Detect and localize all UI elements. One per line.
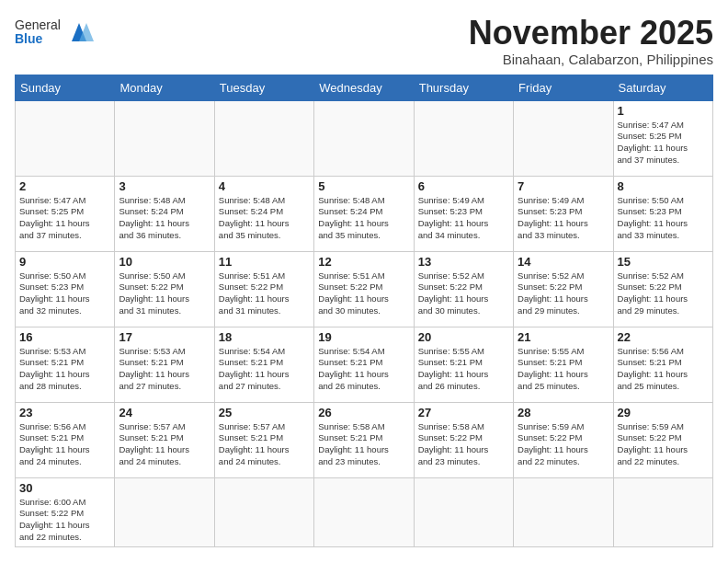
day-info: Sunrise: 5:54 AM Sunset: 5:21 PM Dayligh… (318, 346, 409, 393)
calendar-cell: 13Sunrise: 5:52 AM Sunset: 5:22 PM Dayli… (414, 251, 513, 327)
calendar-cell: 19Sunrise: 5:54 AM Sunset: 5:21 PM Dayli… (314, 327, 414, 402)
weekday-header: Thursday (414, 75, 513, 100)
day-info: Sunrise: 5:57 AM Sunset: 5:21 PM Dayligh… (119, 421, 210, 468)
day-number: 4 (219, 179, 310, 193)
calendar-week-row: 1Sunrise: 5:47 AM Sunset: 5:25 PM Daylig… (16, 100, 713, 176)
day-number: 19 (318, 330, 409, 344)
day-number: 27 (418, 406, 509, 419)
day-info: Sunrise: 5:54 AM Sunset: 5:21 PM Dayligh… (219, 346, 310, 393)
calendar-cell: 15Sunrise: 5:52 AM Sunset: 5:22 PM Dayli… (613, 251, 712, 327)
day-number: 25 (219, 406, 310, 419)
day-number: 8 (618, 179, 709, 193)
calendar-cell: 16Sunrise: 5:53 AM Sunset: 5:21 PM Dayli… (16, 327, 115, 402)
day-number: 22 (618, 330, 709, 344)
calendar-cell: 30Sunrise: 6:00 AM Sunset: 5:22 PM Dayli… (16, 477, 115, 546)
title-block: November 2025 Binahaan, Calabarzon, Phil… (469, 15, 713, 67)
day-info: Sunrise: 5:50 AM Sunset: 5:22 PM Dayligh… (119, 270, 210, 317)
calendar-cell: 3Sunrise: 5:48 AM Sunset: 5:24 PM Daylig… (115, 176, 214, 251)
calendar-cell: 22Sunrise: 5:56 AM Sunset: 5:21 PM Dayli… (613, 327, 712, 402)
logo-icon (64, 19, 94, 45)
day-number: 12 (318, 255, 409, 269)
weekday-header: Tuesday (214, 75, 313, 100)
day-info: Sunrise: 5:48 AM Sunset: 5:24 PM Dayligh… (219, 195, 310, 242)
calendar-cell (514, 477, 613, 546)
day-info: Sunrise: 5:49 AM Sunset: 5:23 PM Dayligh… (518, 195, 609, 242)
calendar-cell (314, 100, 414, 176)
day-number: 6 (418, 179, 509, 193)
calendar-cell (115, 100, 214, 176)
day-number: 14 (518, 255, 609, 269)
calendar-cell: 8Sunrise: 5:50 AM Sunset: 5:23 PM Daylig… (613, 176, 712, 251)
day-number: 1 (618, 104, 709, 118)
calendar-cell: 24Sunrise: 5:57 AM Sunset: 5:21 PM Dayli… (115, 402, 214, 477)
calendar-cell: 27Sunrise: 5:58 AM Sunset: 5:22 PM Dayli… (414, 402, 513, 477)
day-info: Sunrise: 5:56 AM Sunset: 5:21 PM Dayligh… (618, 346, 709, 393)
day-info: Sunrise: 5:51 AM Sunset: 5:22 PM Dayligh… (318, 270, 409, 317)
day-info: Sunrise: 5:53 AM Sunset: 5:21 PM Dayligh… (119, 346, 210, 393)
calendar-week-row: 16Sunrise: 5:53 AM Sunset: 5:21 PM Dayli… (16, 327, 713, 402)
day-number: 29 (618, 406, 709, 419)
day-info: Sunrise: 5:52 AM Sunset: 5:22 PM Dayligh… (518, 270, 609, 317)
day-number: 7 (518, 179, 609, 193)
day-number: 9 (19, 255, 110, 269)
calendar-cell: 23Sunrise: 5:56 AM Sunset: 5:21 PM Dayli… (16, 402, 115, 477)
calendar-week-row: 2Sunrise: 5:47 AM Sunset: 5:25 PM Daylig… (16, 176, 713, 251)
day-number: 13 (418, 255, 509, 269)
day-number: 11 (219, 255, 310, 269)
calendar-cell (115, 477, 214, 546)
day-number: 18 (219, 330, 310, 344)
day-info: Sunrise: 5:47 AM Sunset: 5:25 PM Dayligh… (19, 195, 110, 242)
weekday-header: Saturday (613, 75, 712, 100)
calendar-cell: 6Sunrise: 5:49 AM Sunset: 5:23 PM Daylig… (414, 176, 513, 251)
calendar-cell: 25Sunrise: 5:57 AM Sunset: 5:21 PM Dayli… (214, 402, 313, 477)
day-info: Sunrise: 5:53 AM Sunset: 5:21 PM Dayligh… (19, 346, 110, 393)
calendar-cell: 18Sunrise: 5:54 AM Sunset: 5:21 PM Dayli… (214, 327, 313, 402)
weekday-header-row: SundayMondayTuesdayWednesdayThursdayFrid… (16, 75, 713, 100)
weekday-header: Wednesday (314, 75, 414, 100)
calendar-cell (414, 100, 513, 176)
day-info: Sunrise: 5:58 AM Sunset: 5:22 PM Dayligh… (418, 421, 509, 468)
calendar-cell: 12Sunrise: 5:51 AM Sunset: 5:22 PM Dayli… (314, 251, 414, 327)
day-info: Sunrise: 5:49 AM Sunset: 5:23 PM Dayligh… (418, 195, 509, 242)
day-info: Sunrise: 5:59 AM Sunset: 5:22 PM Dayligh… (518, 421, 609, 468)
day-info: Sunrise: 5:55 AM Sunset: 5:21 PM Dayligh… (518, 346, 609, 393)
day-number: 24 (119, 406, 210, 419)
day-number: 16 (19, 330, 110, 344)
day-info: Sunrise: 5:52 AM Sunset: 5:22 PM Dayligh… (618, 270, 709, 317)
day-info: Sunrise: 6:00 AM Sunset: 5:22 PM Dayligh… (19, 497, 110, 544)
day-info: Sunrise: 5:59 AM Sunset: 5:22 PM Dayligh… (618, 421, 709, 468)
weekday-header: Friday (514, 75, 613, 100)
day-number: 21 (518, 330, 609, 344)
day-number: 28 (518, 406, 609, 419)
month-title: November 2025 (469, 15, 713, 52)
calendar-cell (613, 477, 712, 546)
weekday-header: Monday (115, 75, 214, 100)
logo-general: General (15, 17, 61, 32)
calendar-cell: 9Sunrise: 5:50 AM Sunset: 5:23 PM Daylig… (16, 251, 115, 327)
day-info: Sunrise: 5:48 AM Sunset: 5:24 PM Dayligh… (318, 195, 409, 242)
calendar-cell: 10Sunrise: 5:50 AM Sunset: 5:22 PM Dayli… (115, 251, 214, 327)
calendar-cell: 1Sunrise: 5:47 AM Sunset: 5:25 PM Daylig… (613, 100, 712, 176)
day-info: Sunrise: 5:57 AM Sunset: 5:21 PM Dayligh… (219, 421, 310, 468)
day-number: 2 (19, 179, 110, 193)
calendar-cell (16, 100, 115, 176)
calendar-cell: 20Sunrise: 5:55 AM Sunset: 5:21 PM Dayli… (414, 327, 513, 402)
calendar-cell: 4Sunrise: 5:48 AM Sunset: 5:24 PM Daylig… (214, 176, 313, 251)
day-info: Sunrise: 5:51 AM Sunset: 5:22 PM Dayligh… (219, 270, 310, 317)
calendar-cell: 14Sunrise: 5:52 AM Sunset: 5:22 PM Dayli… (514, 251, 613, 327)
day-number: 23 (19, 406, 110, 419)
day-number: 5 (318, 179, 409, 193)
calendar-cell: 2Sunrise: 5:47 AM Sunset: 5:25 PM Daylig… (16, 176, 115, 251)
calendar-cell: 7Sunrise: 5:49 AM Sunset: 5:23 PM Daylig… (514, 176, 613, 251)
calendar-cell: 11Sunrise: 5:51 AM Sunset: 5:22 PM Dayli… (214, 251, 313, 327)
day-number: 10 (119, 255, 210, 269)
calendar-cell (514, 100, 613, 176)
calendar-week-row: 23Sunrise: 5:56 AM Sunset: 5:21 PM Dayli… (16, 402, 713, 477)
day-info: Sunrise: 5:52 AM Sunset: 5:22 PM Dayligh… (418, 270, 509, 317)
day-info: Sunrise: 5:56 AM Sunset: 5:21 PM Dayligh… (19, 421, 110, 468)
calendar-cell: 29Sunrise: 5:59 AM Sunset: 5:22 PM Dayli… (613, 402, 712, 477)
day-info: Sunrise: 5:50 AM Sunset: 5:23 PM Dayligh… (19, 270, 110, 317)
day-number: 17 (119, 330, 210, 344)
day-number: 30 (19, 481, 110, 495)
calendar-cell (414, 477, 513, 546)
